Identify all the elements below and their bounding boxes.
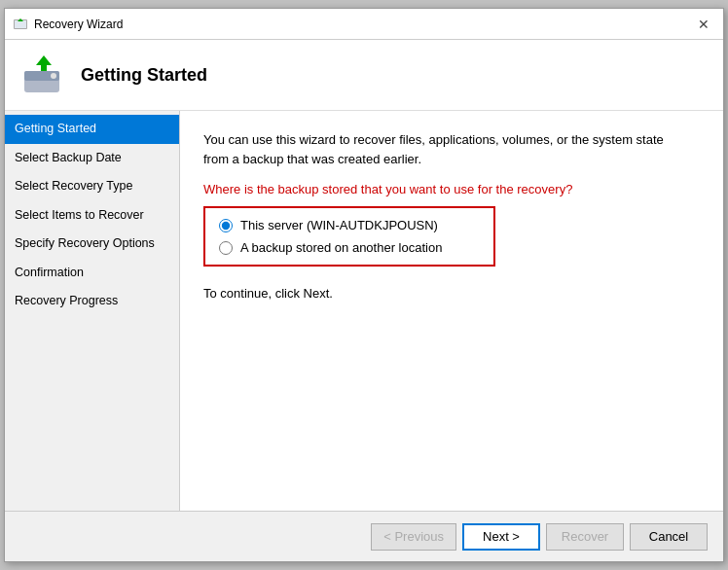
option-another-location-row: A backup stored on another location	[219, 240, 480, 255]
sidebar-item-specify-recovery-options[interactable]: Specify Recovery Options	[5, 230, 179, 259]
titlebar: Recovery Wizard ✕	[5, 9, 723, 40]
next-button[interactable]: Next >	[462, 523, 540, 551]
header-section: Getting Started	[5, 40, 723, 111]
recovery-wizard-window: Recovery Wizard ✕ Getting Started Gettin…	[4, 8, 724, 562]
option-this-server-label[interactable]: This server (WIN-AUTDKJPOUSN)	[240, 218, 438, 232]
sidebar: Getting Started Select Backup Date Selec…	[5, 111, 180, 511]
main-content: You can use this wizard to recover files…	[180, 111, 723, 511]
footer: < Previous Next > Recover Cancel	[5, 511, 723, 561]
sidebar-item-select-backup-date[interactable]: Select Backup Date	[5, 144, 179, 173]
description-text: You can use this wizard to recover files…	[203, 130, 700, 168]
sidebar-item-select-recovery-type[interactable]: Select Recovery Type	[5, 172, 179, 201]
cancel-button[interactable]: Cancel	[630, 523, 708, 551]
option-this-server-row: This server (WIN-AUTDKJPOUSN)	[219, 218, 480, 232]
svg-rect-1	[15, 20, 26, 28]
close-button[interactable]: ✕	[692, 13, 715, 36]
recover-button[interactable]: Recover	[546, 523, 624, 551]
body-section: Getting Started Select Backup Date Selec…	[5, 111, 723, 511]
window-icon	[13, 17, 28, 32]
option-another-location-radio[interactable]	[219, 241, 233, 255]
question-text: Where is the backup stored that you want…	[203, 182, 700, 196]
sidebar-item-getting-started[interactable]: Getting Started	[5, 115, 179, 144]
svg-marker-6	[36, 55, 52, 71]
option-another-location-label[interactable]: A backup stored on another location	[240, 240, 442, 255]
sidebar-item-select-items-to-recover[interactable]: Select Items to Recover	[5, 201, 179, 231]
continue-text: To continue, click Next.	[203, 286, 700, 301]
previous-button[interactable]: < Previous	[371, 523, 456, 551]
page-title: Getting Started	[81, 65, 207, 86]
backup-icon	[20, 52, 67, 98]
sidebar-item-confirmation[interactable]: Confirmation	[5, 259, 179, 288]
window-title: Recovery Wizard	[34, 18, 692, 31]
option-this-server-radio[interactable]	[219, 219, 233, 232]
sidebar-item-recovery-progress[interactable]: Recovery Progress	[5, 287, 179, 316]
options-container: This server (WIN-AUTDKJPOUSN) A backup s…	[203, 206, 495, 267]
svg-point-5	[51, 73, 56, 79]
